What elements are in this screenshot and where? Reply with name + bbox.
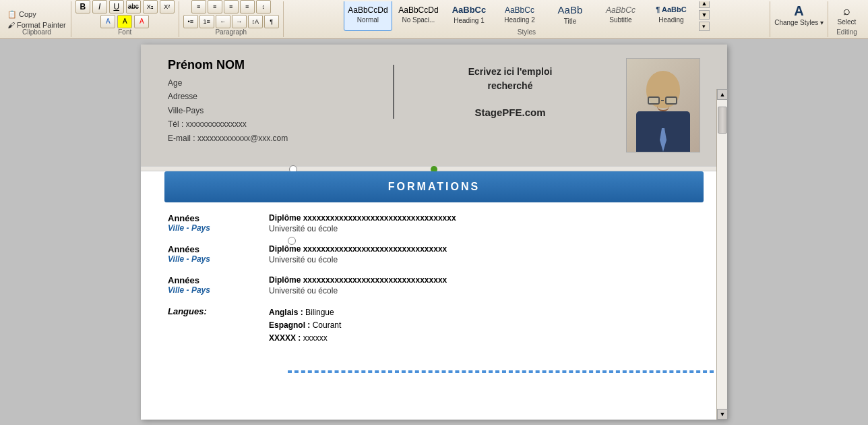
formation-diploma-2: Diplôme xxxxxxxxxxxxxxxxxxxxxxxxxxxxxxxx bbox=[269, 244, 700, 254]
change-styles-label: Change Styles ▾ bbox=[774, 19, 824, 26]
change-styles-icon: A bbox=[794, 3, 803, 19]
lang-anglais: Anglais : bbox=[269, 308, 303, 317]
sort-button[interactable]: ↕A bbox=[248, 15, 263, 28]
candidate-city: Ville-Pays bbox=[168, 104, 373, 117]
languages-label: Langues: bbox=[168, 306, 269, 345]
styles-label: Styles bbox=[518, 28, 536, 36]
formation-right-2: Diplôme xxxxxxxxxxxxxxxxxxxxxxxxxxxxxxxx… bbox=[269, 244, 700, 264]
photo-person bbox=[627, 59, 700, 152]
clipboard-label: Clipboard bbox=[22, 28, 51, 36]
font-color2-button[interactable]: A bbox=[134, 15, 149, 28]
subscript-button[interactable]: X₂ bbox=[143, 0, 158, 13]
formation-entry-3: Années Ville - Pays Diplôme xxxxxxxxxxxx… bbox=[168, 275, 700, 295]
formations-header: FORMATIONS bbox=[164, 171, 704, 202]
font-label: Font bbox=[118, 28, 131, 36]
font-group: B I U abc X₂ X² A A A Font bbox=[71, 1, 179, 37]
languages-content: Anglais : Bilingue Espagnol : Courant XX… bbox=[269, 306, 700, 345]
copy-button[interactable]: 📋 Copy bbox=[5, 9, 68, 20]
formation-school-2: Université ou école bbox=[269, 255, 700, 264]
formation-years-2: Années bbox=[168, 244, 269, 254]
formations-title: FORMATIONS bbox=[174, 181, 694, 193]
format-painter-label: Format Painter bbox=[17, 21, 66, 29]
show-hide-button[interactable]: ¶ bbox=[264, 15, 279, 28]
copy-label: Copy bbox=[19, 10, 36, 18]
formation-right-3: Diplôme xxxxxxxxxxxxxxxxxxxxxxxxxxxxxxxx… bbox=[269, 275, 700, 295]
style-title-label: Title bbox=[564, 18, 577, 25]
bold-button[interactable]: B bbox=[75, 0, 90, 13]
languages-section: Langues: Anglais : Bilingue Espagnol : C… bbox=[168, 306, 700, 345]
document-body: FORMATIONS Années Ville - Pays Diplôme x… bbox=[141, 171, 727, 359]
style-heading-preview: ¶ AaBbC bbox=[656, 5, 686, 14]
glasses-right bbox=[665, 96, 677, 105]
scroll-down-button[interactable]: ▼ bbox=[717, 409, 728, 420]
style-heading-label: Heading bbox=[658, 16, 683, 24]
person-tie bbox=[660, 128, 666, 152]
formation-city-3: Ville - Pays bbox=[168, 285, 269, 295]
job-title: Ecrivez ici l'emploi recherché bbox=[408, 65, 613, 93]
style-title-preview: AaBb bbox=[558, 4, 583, 16]
style-subtitle[interactable]: AaBbCc Subtitle bbox=[596, 1, 645, 31]
indent-increase-button[interactable]: → bbox=[232, 15, 247, 28]
editing-label: Editing bbox=[836, 28, 857, 36]
person-smile bbox=[657, 106, 669, 111]
italic-button[interactable]: I bbox=[92, 0, 107, 13]
style-heading1-preview: AaBbCc bbox=[452, 5, 487, 16]
style-heading2[interactable]: AaBbCc Heading 2 bbox=[495, 1, 544, 31]
formation-school-3: Université ou école bbox=[269, 286, 700, 295]
candidate-age: Age bbox=[168, 76, 373, 90]
style-title[interactable]: AaBb Title bbox=[546, 1, 594, 31]
lang-line-2: Espagnol : Courant bbox=[269, 319, 700, 332]
candidate-address: Adresse bbox=[168, 90, 373, 103]
styles-scroll-up[interactable]: ▲ bbox=[699, 1, 710, 8]
select-icon: ⌕ bbox=[838, 4, 857, 18]
header-details: Age Adresse Ville-Pays Tél : xxxxxxxxxxx… bbox=[168, 76, 373, 145]
style-no-spacing-label: No Spaci... bbox=[402, 16, 435, 24]
scroll-thumb[interactable] bbox=[718, 107, 727, 134]
justify-button[interactable]: ≡ bbox=[240, 0, 255, 13]
highlight-button[interactable]: A bbox=[117, 15, 132, 28]
candidate-phone: Tél : xxxxxxxxxxxxxxx bbox=[168, 117, 373, 131]
formation-left-3: Années Ville - Pays bbox=[168, 275, 269, 295]
candidate-email: E-mail : xxxxxxxxxxxxx@xxx.com bbox=[168, 132, 373, 145]
style-normal-label: Normal bbox=[357, 16, 379, 24]
formation-years-1: Années bbox=[168, 213, 269, 223]
superscript-button[interactable]: X² bbox=[160, 0, 175, 13]
line-spacing-button[interactable]: ↕ bbox=[256, 0, 271, 13]
header-bracket bbox=[393, 65, 394, 119]
styles-scroll-down[interactable]: ▼ bbox=[699, 10, 710, 20]
bullets-button[interactable]: •≡ bbox=[183, 15, 198, 28]
style-no-spacing[interactable]: AaBbCcDd No Spaci... bbox=[394, 1, 443, 31]
style-subtitle-label: Subtitle bbox=[609, 16, 631, 24]
align-center-button[interactable]: ≡ bbox=[208, 0, 222, 13]
format-painter-icon: 🖌 bbox=[7, 21, 15, 29]
style-heading[interactable]: ¶ AaBbC Heading bbox=[647, 1, 695, 31]
lang-espagnol: Espagnol : bbox=[269, 320, 310, 330]
styles-expand[interactable]: ▾ bbox=[699, 22, 710, 31]
glasses-bridge bbox=[661, 100, 664, 101]
change-styles-button[interactable]: A Change Styles ▾ bbox=[774, 3, 824, 26]
scroll-up-button[interactable]: ▲ bbox=[717, 89, 728, 100]
paragraph-label: Paragraph bbox=[215, 28, 247, 36]
font-color-button[interactable]: A bbox=[100, 15, 115, 28]
toolbar: 📋 Copy 🖌 Format Painter Clipboard B I U … bbox=[0, 0, 868, 39]
person-head bbox=[646, 71, 680, 108]
indent-decrease-button[interactable]: ← bbox=[216, 15, 230, 28]
formation-left-2: Années Ville - Pays bbox=[168, 244, 269, 264]
style-subtitle-preview: AaBbCc bbox=[606, 5, 636, 15]
strikethrough-button[interactable]: abc bbox=[126, 0, 141, 13]
formation-right-1: Diplôme xxxxxxxxxxxxxxxxxxxxxxxxxxxxxxxx… bbox=[269, 213, 700, 233]
document-header: Prénom NOM Age Adresse Ville-Pays Tél : … bbox=[141, 45, 727, 166]
style-heading1[interactable]: AaBbCc Heading 1 bbox=[445, 1, 493, 31]
align-left-button[interactable]: ≡ bbox=[191, 0, 206, 13]
underline-button[interactable]: U bbox=[109, 0, 124, 13]
candidate-photo bbox=[626, 58, 700, 152]
numbering-button[interactable]: 1≡ bbox=[199, 15, 214, 28]
style-normal[interactable]: AaBbCcDd Normal bbox=[344, 1, 392, 31]
formation-city-1: Ville - Pays bbox=[168, 223, 269, 233]
lang-line-1: Anglais : Bilingue bbox=[269, 306, 700, 319]
site-name: StagePFE.com bbox=[408, 107, 613, 118]
select-button[interactable]: ⌕ Select bbox=[838, 4, 857, 26]
align-right-button[interactable]: ≡ bbox=[224, 0, 239, 13]
content-area: Prénom NOM Age Adresse Ville-Pays Tél : … bbox=[0, 39, 868, 425]
copy-icon: 📋 bbox=[7, 10, 17, 19]
